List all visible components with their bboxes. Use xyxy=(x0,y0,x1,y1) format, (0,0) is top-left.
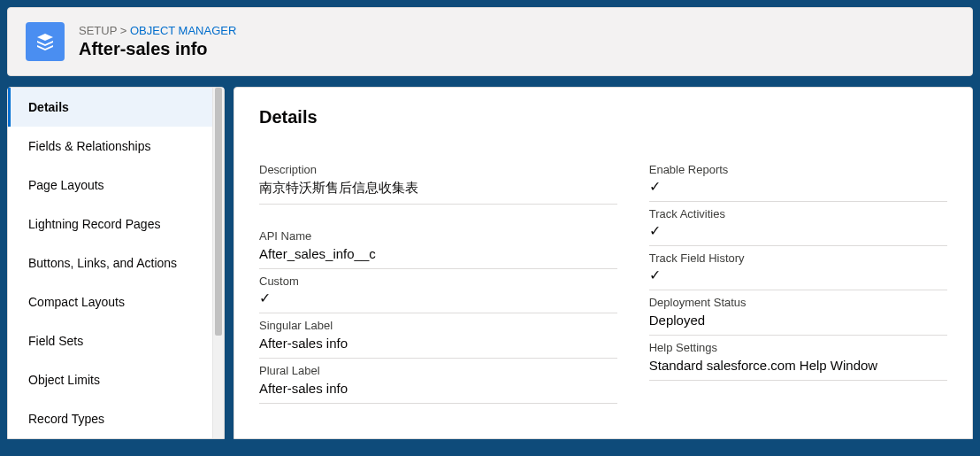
field-label: Track Field History xyxy=(649,251,947,265)
sidebar-item-buttons-links-and-actions[interactable]: Buttons, Links, and Actions xyxy=(8,243,212,282)
breadcrumb-separator: > xyxy=(120,24,127,37)
field-label: Singular Label xyxy=(259,319,617,332)
field-custom: Custom✓ xyxy=(259,274,617,313)
field-api-name: API NameAfter_sales_info__c xyxy=(259,229,617,269)
breadcrumb-object-manager-link[interactable]: OBJECT MANAGER xyxy=(130,24,236,37)
field-label: Description xyxy=(259,163,617,176)
field-value: After_sales_info__c xyxy=(259,246,617,261)
sidebar-item-compact-layouts[interactable]: Compact Layouts xyxy=(8,282,212,321)
field-label: Enable Reports xyxy=(649,163,947,176)
field-value: Standard salesforce.com Help Window xyxy=(649,358,947,373)
checkmark-icon: ✓ xyxy=(259,291,617,305)
details-right-column: Enable Reports✓Track Activities✓Track Fi… xyxy=(649,163,947,409)
breadcrumb-setup: SETUP xyxy=(79,24,117,37)
field-enable-reports: Enable Reports✓ xyxy=(649,163,947,202)
field-value: 南京特沃斯售后信息收集表 xyxy=(259,180,617,197)
field-singular-label: Singular LabelAfter-sales info xyxy=(259,319,617,359)
sidebar-scrollbar[interactable] xyxy=(212,88,224,438)
field-track-field-history: Track Field History✓ xyxy=(649,251,947,290)
sidebar-item-field-sets[interactable]: Field Sets xyxy=(8,321,212,360)
field-description: Description南京特沃斯售后信息收集表 xyxy=(259,163,617,205)
checkmark-icon: ✓ xyxy=(649,224,947,238)
page-header: SETUP > OBJECT MANAGER After-sales info xyxy=(7,7,973,76)
sidebar-item-record-types[interactable]: Record Types xyxy=(8,399,212,438)
field-label: Custom xyxy=(259,274,617,288)
field-plural-label: Plural LabelAfter-sales info xyxy=(259,364,617,404)
field-label: Plural Label xyxy=(259,364,617,377)
checkmark-icon: ✓ xyxy=(649,268,947,282)
main-panel: Details Description南京特沃斯售后信息收集表API NameA… xyxy=(234,87,973,439)
sidebar-item-object-limits[interactable]: Object Limits xyxy=(8,360,212,399)
field-value: After-sales info xyxy=(259,336,617,351)
main-title: Details xyxy=(259,107,947,128)
sidebar-scrollbar-thumb[interactable] xyxy=(215,88,222,336)
field-track-activities: Track Activities✓ xyxy=(649,207,947,246)
sidebar-item-page-layouts[interactable]: Page Layouts xyxy=(8,166,212,205)
checkmark-icon: ✓ xyxy=(649,180,947,194)
page-title: After-sales info xyxy=(79,39,236,59)
field-label: API Name xyxy=(259,229,617,243)
field-help-settings: Help SettingsStandard salesforce.com Hel… xyxy=(649,341,947,381)
sidebar-item-lightning-record-pages[interactable]: Lightning Record Pages xyxy=(8,205,212,243)
field-label: Track Activities xyxy=(649,207,947,220)
details-left-column: Description南京特沃斯售后信息收集表API NameAfter_sal… xyxy=(259,163,617,409)
field-deployment-status: Deployment StatusDeployed xyxy=(649,296,947,336)
field-label: Help Settings xyxy=(649,341,947,354)
sidebar: DetailsFields & RelationshipsPage Layout… xyxy=(7,87,225,439)
field-value: After-sales info xyxy=(259,381,617,396)
field-label: Deployment Status xyxy=(649,296,947,309)
breadcrumb: SETUP > OBJECT MANAGER xyxy=(79,24,236,37)
sidebar-item-fields-relationships[interactable]: Fields & Relationships xyxy=(8,127,212,166)
field-value: Deployed xyxy=(649,313,947,328)
object-icon xyxy=(26,22,65,61)
sidebar-item-details[interactable]: Details xyxy=(8,88,212,127)
